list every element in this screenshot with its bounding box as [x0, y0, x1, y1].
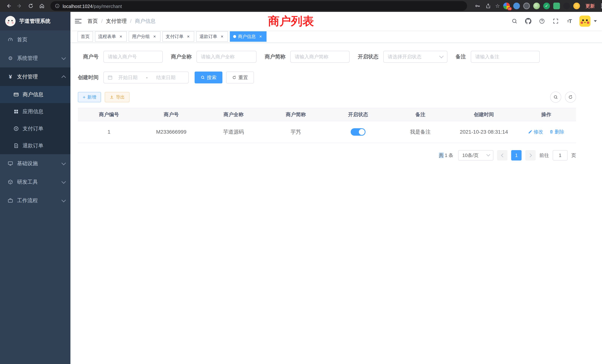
extension-icon-check[interactable]: ✓: [543, 3, 550, 9]
merchant-table: 商户编号 商户号 商户全称 商户简称 开启状态 备注 创建时间 操作 1: [78, 108, 576, 143]
cube-icon: [7, 179, 13, 185]
column-header: 备注: [389, 108, 452, 121]
export-button[interactable]: 导出: [105, 92, 129, 102]
tab-user-group[interactable]: 用户分组: [129, 31, 161, 42]
status-select[interactable]: 请选择开启状态: [383, 51, 447, 63]
chevron-down-icon: [61, 55, 66, 60]
column-header: 创建时间: [452, 108, 516, 121]
github-icon[interactable]: [525, 17, 532, 25]
breadcrumb-pay[interactable]: 支付管理: [106, 18, 127, 25]
breadcrumb: 首页 支付管理 商户信息: [87, 18, 156, 25]
remark-input[interactable]: [471, 51, 540, 63]
sidebar-item-pay-order[interactable]: 支付订单: [0, 120, 70, 137]
sidebar-item-workflow[interactable]: 工作流程: [0, 191, 70, 210]
caret-down-icon[interactable]: [594, 20, 597, 22]
close-icon[interactable]: [186, 34, 191, 39]
table-header-row: 商户编号 商户号 商户全称 商户简称 开启状态 备注 创建时间 操作: [78, 108, 576, 121]
merchant-no-label: 商户号: [83, 53, 99, 60]
extension-icon-note[interactable]: [553, 3, 560, 9]
bookmark-star-icon[interactable]: ☆: [495, 3, 500, 9]
sidebar-item-label: 工作流程: [17, 197, 58, 204]
plus-icon: +: [83, 95, 86, 99]
browser-menu-icon[interactable]: [601, 3, 602, 8]
edit-link[interactable]: 修改: [528, 129, 543, 135]
breadcrumb-current: 商户信息: [135, 18, 156, 25]
help-icon[interactable]: [538, 17, 546, 25]
sidebar-item-dev-tools[interactable]: 研发工具: [0, 173, 70, 191]
url-bar[interactable]: localhost:1024/pay/merchant: [50, 1, 467, 11]
sidebar-item-label: 系统管理: [17, 55, 58, 62]
extension-icon-drop[interactable]: [513, 3, 520, 9]
forward-icon[interactable]: [15, 1, 24, 11]
next-page-button[interactable]: [525, 150, 536, 161]
font-size-icon[interactable]: тT: [566, 17, 573, 25]
sidebar-item-app-info[interactable]: 应用信息: [0, 103, 70, 120]
grid-icon: [13, 109, 19, 114]
avatar[interactable]: [579, 16, 591, 27]
sidebar-item-label: 支付管理: [17, 73, 58, 80]
close-icon[interactable]: [118, 34, 123, 39]
close-icon[interactable]: [219, 34, 225, 39]
prev-page-button[interactable]: [497, 150, 507, 161]
sidebar-item-label: 商户信息: [23, 91, 43, 98]
sidebar-item-home[interactable]: 首页: [0, 30, 70, 49]
download-icon: [109, 95, 114, 99]
tab-pay-order[interactable]: 支付订单: [162, 31, 194, 42]
cell-merchant-index: 1: [78, 121, 140, 143]
show-search-toggle-button[interactable]: [550, 92, 561, 103]
extension-icon-knot[interactable]: [563, 3, 570, 9]
fullscreen-icon[interactable]: [552, 17, 559, 25]
refresh-table-button[interactable]: [565, 92, 576, 103]
search-button[interactable]: 搜索: [195, 72, 222, 83]
start-date-placeholder: 开始日期: [116, 74, 140, 81]
password-key-icon[interactable]: [474, 2, 481, 10]
delete-link[interactable]: 删除: [549, 129, 564, 135]
back-icon[interactable]: [4, 1, 13, 11]
share-icon[interactable]: [484, 2, 492, 10]
extension-icon-smiley[interactable]: [573, 3, 580, 9]
dashboard-icon: [7, 37, 13, 43]
create-time-range-picker[interactable]: 开始日期 - 结束日期: [103, 72, 189, 83]
breadcrumb-home[interactable]: 首页: [87, 18, 98, 25]
reset-button[interactable]: 重置: [226, 72, 254, 83]
full-name-input[interactable]: [196, 51, 257, 63]
close-icon[interactable]: [258, 34, 263, 39]
reload-icon[interactable]: [26, 1, 36, 11]
extension-icon-gray[interactable]: [523, 3, 530, 9]
tab-home[interactable]: 首页: [77, 31, 93, 42]
trash-icon: [549, 129, 554, 134]
merchant-no-input[interactable]: [103, 51, 163, 63]
sidebar-item-infrastructure[interactable]: 基础设施: [0, 154, 70, 173]
extension-icon-avatar[interactable]: [533, 3, 540, 9]
chevron-down-icon: [61, 161, 66, 165]
sidebar-collapse-icon[interactable]: [75, 17, 82, 25]
browser-update-button[interactable]: 更新: [585, 3, 595, 9]
add-button[interactable]: + 新增: [78, 92, 101, 102]
short-name-label: 商户简称: [265, 53, 285, 60]
extension-icon-colorful[interactable]: 10: [503, 3, 510, 9]
tab-merchant-info[interactable]: 商户信息: [230, 31, 267, 42]
table-row: 1 M233666999 芋道源码 芋艿 我是备注 2021-10-23 08:…: [78, 121, 576, 143]
sidebar-item-merchant-info[interactable]: 商户信息: [0, 86, 70, 103]
tab-refund-order[interactable]: 退款订单: [196, 31, 228, 42]
sidebar-item-refund-order[interactable]: 退款订单: [0, 137, 70, 154]
short-name-input[interactable]: [290, 51, 350, 63]
create-time-label: 创建时间: [78, 74, 99, 81]
chevron-left-icon: [501, 153, 505, 157]
date-separator: -: [146, 75, 148, 80]
close-icon[interactable]: [152, 34, 157, 39]
home-icon[interactable]: [37, 1, 47, 11]
browser-toolbar: localhost:1024/pay/merchant ☆ 10 ✓ 更新: [0, 0, 602, 12]
sidebar-item-label: 支付订单: [23, 125, 43, 132]
sidebar-item-system[interactable]: ⚙ 系统管理: [0, 49, 70, 67]
page-number-button[interactable]: 1: [511, 150, 522, 161]
info-icon: [55, 3, 60, 8]
sidebar-item-pay[interactable]: ¥ 支付管理: [0, 67, 70, 86]
top-navbar: 首页 支付管理 商户信息 тT: [70, 12, 602, 30]
search-icon[interactable]: [511, 17, 518, 25]
page-size-select[interactable]: 10条/页: [458, 150, 493, 161]
status-toggle[interactable]: [351, 128, 366, 136]
app-logo[interactable]: 芋道管理系统: [0, 12, 70, 30]
tab-process-form[interactable]: 流程表单: [95, 31, 127, 42]
goto-page-input[interactable]: [553, 150, 568, 161]
